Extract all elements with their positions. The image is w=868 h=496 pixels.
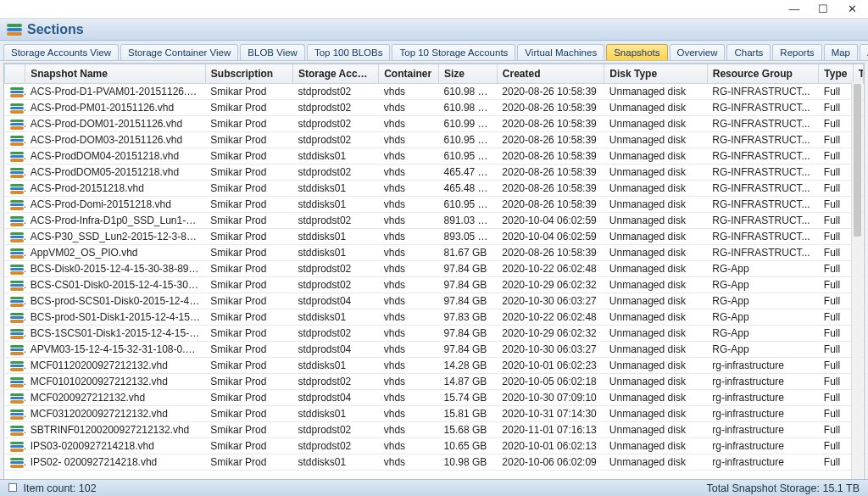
table-row[interactable]: ACS-ProdDOM05-20151218.vhdSmikar Prodstd… [5,164,864,181]
table-row[interactable]: ACS-Prod-Infra-D1p0_SSD_Lun1-201...Smika… [5,213,864,229]
cell-created: 2020-10-01 06:02:13 [497,438,604,454]
tab-snapshots[interactable]: Snapshots [606,44,667,60]
disk-stack-icon [10,232,24,242]
table-row[interactable]: ACS-ProdDOM04-20151218.vhdSmikar Prodstd… [5,148,864,164]
table-row[interactable]: AppVM02_OS_PIO.vhdSmikar Prodstddisks01v… [5,245,864,261]
app-header: Sections [0,19,868,41]
cell-acct: stdprodst04 [293,390,379,406]
table-row[interactable]: ACS-Prod-DOM03-20151126.vhdSmikar Prodst… [5,132,864,148]
cell-name: ACS-Prod-DOM03-20151126.vhd [25,132,206,148]
table-row[interactable]: MCF03120200927212132.vhdSmikar Prodstddi… [5,406,864,422]
row-icon-cell [5,116,25,132]
cell-sub: Smikar Prod [205,422,292,438]
tab-charts[interactable]: Charts [726,44,771,60]
table-row[interactable]: MCF01010200927212132.vhdSmikar Prodstdpr… [5,374,864,390]
cell-cont: vhds [379,438,439,454]
cell-disk: Unmanaged disk [604,454,707,471]
table-row[interactable]: MCF0200927212132.vhdSmikar Prodstdprodst… [5,390,864,406]
tab-activity-log[interactable]: Activity Log [860,44,868,60]
cell-size: 97.84 GB [439,277,498,293]
tab-virtual-machines[interactable]: Virtual Machines [517,44,604,60]
cell-acct: stdprodst02 [293,422,379,438]
table-row[interactable]: IPS02- 0200927214218.vhdSmikar Prodstddi… [5,454,864,471]
tab-reports[interactable]: Reports [772,44,821,60]
cell-rg: RG-INFRASTRUCT... [707,213,819,229]
table-row[interactable]: BCS-prod-SCS01-Disk0-2015-12-4-15...Smik… [5,293,864,309]
table-row[interactable]: IPS03-0200927214218.vhdSmikar Prodstdpro… [5,438,864,454]
cell-acct: stddisks01 [293,406,379,422]
table-row[interactable]: BCS-Disk0-2015-12-4-15-30-38-895-0...Smi… [5,261,864,277]
cell-rg: rg-infrastructure [707,390,819,406]
tab-top-100-blobs[interactable]: Top 100 BLOBs [307,44,391,60]
table-row[interactable]: BCS-1SCS01-Disk1-2015-12-4-15-32-...Smik… [5,326,864,342]
row-icon-cell [5,342,25,358]
tab-map[interactable]: Map [824,44,858,60]
cell-name: BCS-prod-SCS01-Disk0-2015-12-4-15... [25,293,206,309]
close-button[interactable]: ✕ [837,1,866,18]
cell-type: Full [819,293,853,309]
cell-sub: Smikar Prod [205,261,292,277]
disk-stack-icon [10,361,24,371]
tab-storage-container-view[interactable]: Storage Container View [120,44,238,60]
column-header-resource-group[interactable]: Resource Group [707,64,819,84]
column-header-t[interactable]: T [853,64,863,84]
column-header-subscription[interactable]: Subscription [205,64,292,84]
cell-disk: Unmanaged disk [604,309,707,326]
maximize-button[interactable]: ☐ [809,1,837,18]
cell-name: BCS-prod-S01-Disk1-2015-12-4-15-32-... [25,309,206,326]
table-row[interactable]: ACS-Prod-20151218.vhdSmikar Prodstddisks… [5,181,864,197]
tab-overview[interactable]: Overview [670,44,726,60]
row-icon-cell [5,422,25,438]
tab-storage-accounts-view[interactable]: Storage Accounts View [3,44,119,60]
column-header-snapshot-name[interactable]: Snapshot Name [25,64,206,84]
cell-cont: vhds [379,309,439,326]
table-row[interactable]: APVM03-15-12-4-15-32-31-108-0.vhdSmikar … [5,342,864,358]
cell-sub: Smikar Prod [205,84,292,100]
table-row[interactable]: MCF01120200927212132.vhdSmikar Prodstddi… [5,358,864,374]
cell-acct: stdprodst02 [293,116,379,132]
table-row[interactable]: ACS-Prod-D1-PVAM01-20151126.vhdSmikar Pr… [5,84,864,100]
column-header-created[interactable]: Created [497,64,604,84]
cell-size: 610.99 GB [439,116,498,132]
cell-type: Full [819,100,853,116]
column-header-disk-type[interactable]: Disk Type [604,64,707,84]
table-row[interactable]: ACS-Prod-PM01-20151126.vhdSmikar Prodstd… [5,100,864,116]
cell-cont: vhds [379,213,439,229]
minimize-button[interactable]: — [780,1,809,18]
cell-rg: RG-App [707,261,819,277]
table-row[interactable]: ACS-P30_SSD_Lun2-2015-12-3-848.v...Smika… [5,229,864,245]
table-row[interactable]: ACS-Prod-Domi-20151218.vhdSmikar Prodstd… [5,197,864,213]
cell-cont: vhds [379,197,439,213]
cell-acct: stdprodst04 [293,293,379,309]
disk-stack-icon [10,216,24,226]
table-header-row: Snapshot NameSubscriptionStorage Account… [5,64,864,84]
cell-size: 465.47 GB [439,164,498,181]
disk-stack-icon [10,393,24,404]
vertical-scrollbar[interactable] [851,82,863,482]
column-header-container[interactable]: Container [379,64,439,84]
table-row[interactable]: ACS-Prod-DOM01-20151126.vhdSmikar Prodst… [5,116,864,132]
column-header-icon[interactable] [5,64,25,84]
row-icon-cell [5,229,25,245]
column-header-size[interactable]: Size [439,64,498,84]
cell-sub: Smikar Prod [205,309,292,326]
column-header-storage-account[interactable]: Storage Account [293,64,379,84]
disk-stack-icon [10,442,24,452]
tab-top-10-storage-accounts[interactable]: Top 10 Storage Accounts [392,44,515,60]
cell-type: Full [819,245,853,261]
cell-acct: stdprodst02 [293,326,379,342]
table-row[interactable]: BCS-prod-S01-Disk1-2015-12-4-15-32-...Sm… [5,309,864,326]
cell-created: 2020-08-26 10:58:39 [497,148,604,164]
cell-created: 2020-10-01 06:02:23 [497,358,604,374]
cell-acct: stddisks01 [293,309,379,326]
cell-created: 2020-08-26 10:58:39 [497,164,604,181]
table-row[interactable]: BCS-CS01-Disk0-2015-12-4-15-30-38-...Smi… [5,277,864,293]
column-header-type[interactable]: Type [819,64,853,84]
status-right: Total Snapshot Storage: 15.1 TB [707,482,860,494]
cell-sub: Smikar Prod [205,229,292,245]
cell-disk: Unmanaged disk [604,422,707,438]
scrollbar-thumb[interactable] [854,84,861,237]
tab-blob-view[interactable]: BLOB View [240,44,305,60]
table-row[interactable]: SBTRINF01200200927212132.vhdSmikar Prods… [5,422,864,438]
cell-name: BCS-1SCS01-Disk1-2015-12-4-15-32-... [25,326,206,342]
